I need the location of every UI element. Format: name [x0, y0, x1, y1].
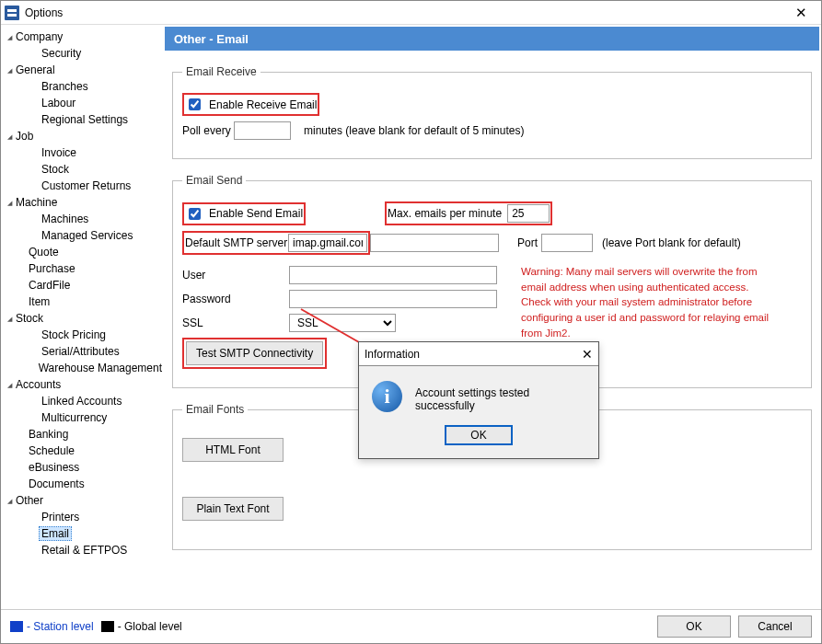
tree-item[interactable]: Schedule: [1, 443, 162, 459]
tree-item[interactable]: Quote: [1, 244, 162, 260]
tree-item-label: eBusiness: [29, 461, 79, 474]
blue-swatch-icon: [10, 621, 23, 632]
tree-item[interactable]: Regional Settings: [1, 111, 162, 128]
ssl-select[interactable]: SSL: [289, 314, 396, 332]
tree-item[interactable]: ◢Company: [1, 29, 162, 45]
tree-item[interactable]: ◢Accounts: [1, 376, 162, 393]
tree-item[interactable]: Invoice: [1, 144, 162, 161]
caret-down-icon[interactable]: ◢: [6, 497, 14, 504]
tree-item[interactable]: Stock: [1, 161, 162, 178]
tree-item-label: Retail & EFTPOS: [41, 544, 127, 557]
enable-send-label: Enable Send Email: [209, 207, 303, 220]
info-icon: [372, 381, 402, 412]
tree-item[interactable]: Customer Returns: [1, 178, 162, 194]
tree-item[interactable]: ◢Other: [1, 492, 162, 509]
enable-receive-checkbox[interactable]: Enable Receive Email: [185, 96, 317, 113]
user-label: User: [182, 269, 289, 282]
poll-every-input[interactable]: [234, 121, 291, 140]
tree-item-label: Security: [41, 47, 81, 60]
max-emails-input[interactable]: [507, 204, 550, 223]
test-smtp-button[interactable]: Test SMTP Connectivity: [186, 341, 323, 365]
email-send-legend: Email Send: [182, 174, 246, 187]
tree-item[interactable]: ◢General: [1, 62, 162, 78]
ssl-label: SSL: [182, 316, 289, 329]
tree-item[interactable]: Documents: [1, 476, 162, 492]
smtp-warning: Warning: Many mail servers will overwrit…: [521, 264, 775, 340]
html-font-button[interactable]: HTML Font: [182, 438, 284, 462]
nav-tree[interactable]: ◢CompanySecurity◢GeneralBranchesLabourRe…: [1, 25, 163, 609]
port-label: Port: [517, 236, 541, 249]
tree-item[interactable]: eBusiness: [1, 459, 162, 476]
tree-item-label: Schedule: [29, 444, 75, 457]
tree-item[interactable]: Printers: [1, 509, 162, 525]
caret-down-icon[interactable]: ◢: [6, 132, 14, 140]
global-level-legend: - Global level: [101, 620, 182, 633]
dialog-close-icon[interactable]: ✕: [582, 347, 593, 362]
black-swatch-icon: [101, 621, 114, 632]
tree-item-label: Stock: [41, 163, 69, 176]
caret-down-icon[interactable]: ◢: [6, 315, 14, 322]
tree-item[interactable]: Security: [1, 45, 162, 62]
ok-button[interactable]: OK: [657, 615, 731, 638]
tree-item-label: Other: [16, 494, 43, 507]
tree-item[interactable]: Machines: [1, 211, 162, 227]
enable-receive-input[interactable]: [189, 98, 201, 110]
tree-item-label: Accounts: [16, 378, 61, 391]
tree-item[interactable]: ◢Stock: [1, 310, 162, 327]
port-input[interactable]: [541, 234, 593, 252]
tree-item-label: Managed Services: [41, 229, 133, 242]
close-icon[interactable]: ✕: [784, 5, 817, 21]
enable-send-checkbox[interactable]: Enable Send Email: [185, 205, 303, 223]
info-dialog: Information ✕ Account settings tested su…: [358, 341, 599, 459]
tree-item[interactable]: Email: [1, 525, 162, 542]
tree-item-label: Stock Pricing: [41, 328, 106, 341]
tree-item[interactable]: Warehouse Management: [1, 360, 162, 376]
tree-item-label: Documents: [29, 477, 85, 490]
tree-item[interactable]: Stock Pricing: [1, 327, 162, 343]
dialog-ok-button[interactable]: OK: [445, 425, 513, 445]
dialog-titlebar: Information ✕: [359, 342, 598, 366]
tree-item[interactable]: CardFile: [1, 277, 162, 293]
smtp-server-input[interactable]: [288, 234, 367, 252]
tree-item-label: Branches: [41, 80, 88, 93]
tree-item-label: Multicurrency: [41, 411, 107, 424]
port-hint: (leave Port blank for default): [602, 236, 741, 249]
smtp-server-input-2[interactable]: [370, 234, 499, 252]
email-receive-group: Email Receive Enable Receive Email Poll …: [172, 65, 812, 159]
password-input[interactable]: [289, 290, 497, 308]
window-title: Options: [25, 6, 784, 19]
tree-item-label: Banking: [29, 428, 68, 441]
enable-send-input[interactable]: [189, 208, 201, 220]
caret-down-icon[interactable]: ◢: [6, 381, 14, 388]
app-icon: [5, 6, 19, 20]
cancel-button[interactable]: Cancel: [738, 615, 812, 638]
plain-text-font-button[interactable]: Plain Text Font: [182, 497, 284, 521]
tree-item[interactable]: Linked Accounts: [1, 393, 162, 409]
tree-item-label: Company: [16, 30, 63, 43]
caret-down-icon[interactable]: ◢: [6, 66, 14, 74]
caret-down-icon[interactable]: ◢: [6, 33, 14, 40]
tree-item-label: Quote: [29, 246, 59, 259]
tree-item[interactable]: Serial/Attributes: [1, 343, 162, 360]
user-input[interactable]: [289, 266, 497, 284]
tree-item-label: Customer Returns: [41, 179, 131, 192]
tree-item-label: Serial/Attributes: [41, 345, 120, 358]
tree-item[interactable]: Purchase: [1, 260, 162, 277]
tree-item[interactable]: Multicurrency: [1, 409, 162, 426]
tree-item[interactable]: ◢Job: [1, 128, 162, 144]
tree-item-label: Printers: [41, 511, 79, 523]
tree-item[interactable]: Banking: [1, 426, 162, 443]
tree-item-label: CardFile: [29, 279, 70, 292]
tree-item[interactable]: Labour: [1, 95, 162, 111]
tree-item[interactable]: Managed Services: [1, 227, 162, 244]
tree-item[interactable]: ◢Machine: [1, 194, 162, 211]
dialog-title: Information: [365, 348, 420, 361]
tree-item-label: Labour: [41, 97, 75, 109]
tree-item-label: Stock: [16, 312, 43, 325]
caret-down-icon[interactable]: ◢: [6, 199, 14, 206]
tree-item-label: Purchase: [29, 262, 75, 275]
tree-item[interactable]: Retail & EFTPOS: [1, 542, 162, 558]
tree-item[interactable]: Item: [1, 293, 162, 310]
tree-item-label: Regional Settings: [41, 113, 128, 126]
tree-item[interactable]: Branches: [1, 78, 162, 95]
